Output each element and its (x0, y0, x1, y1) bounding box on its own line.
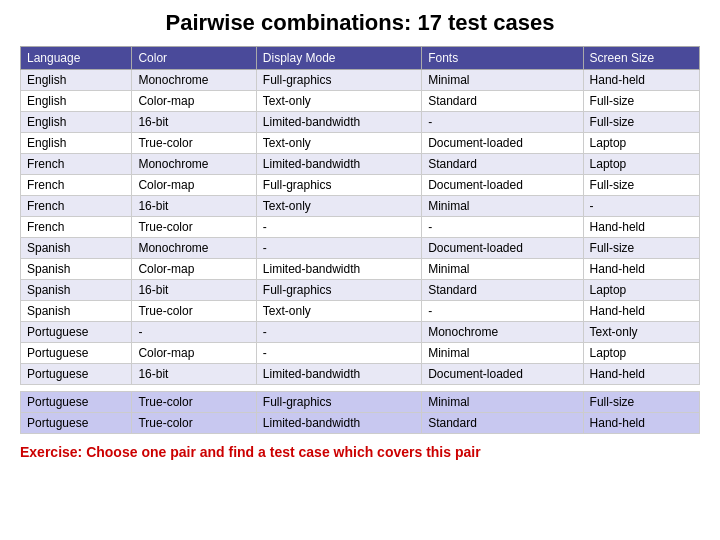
table-cell: English (21, 112, 132, 133)
table-cell: Color-map (132, 343, 256, 364)
table-row: EnglishMonochromeFull-graphicsMinimalHan… (21, 70, 700, 91)
table-row: PortugueseColor-map-MinimalLaptop (21, 343, 700, 364)
table-cell: 16-bit (132, 280, 256, 301)
table-cell: 16-bit (132, 196, 256, 217)
table-row: EnglishTrue-colorText-onlyDocument-loade… (21, 133, 700, 154)
table-cell: Text-only (256, 196, 421, 217)
table-cell: Minimal (422, 196, 583, 217)
table-cell: 16-bit (132, 112, 256, 133)
table-cell: Hand-held (583, 259, 699, 280)
table-cell: Document-loaded (422, 175, 583, 196)
table-cell: Color-map (132, 259, 256, 280)
table-row: EnglishColor-mapText-onlyStandardFull-si… (21, 91, 700, 112)
table-cell: Monochrome (422, 322, 583, 343)
table-cell: Hand-held (583, 217, 699, 238)
table-row: FrenchColor-mapFull-graphicsDocument-loa… (21, 175, 700, 196)
table-cell: Full-graphics (256, 280, 421, 301)
table-cell: True-color (132, 217, 256, 238)
table-cell: - (256, 343, 421, 364)
table-cell: Monochrome (132, 238, 256, 259)
table-cell: Minimal (422, 392, 583, 413)
table-cell: Hand-held (583, 301, 699, 322)
table-cell: Text-only (583, 322, 699, 343)
table-cell: Document-loaded (422, 238, 583, 259)
table-row: Portuguese16-bitLimited-bandwidthDocumen… (21, 364, 700, 385)
table-cell: Color-map (132, 175, 256, 196)
table-cell: Monochrome (132, 70, 256, 91)
table-cell: Hand-held (583, 70, 699, 91)
table-cell: French (21, 175, 132, 196)
table-cell: Portuguese (21, 413, 132, 434)
table-row: English16-bitLimited-bandwidth-Full-size (21, 112, 700, 133)
table-row: PortugueseTrue-colorLimited-bandwidthSta… (21, 413, 700, 434)
table-row: SpanishMonochrome-Document-loadedFull-si… (21, 238, 700, 259)
gap-cell (21, 385, 700, 392)
table-cell: Monochrome (132, 154, 256, 175)
table-cell: English (21, 133, 132, 154)
table-row: PortugueseTrue-colorFull-graphicsMinimal… (21, 392, 700, 413)
table-cell: Standard (422, 154, 583, 175)
table-cell: Portuguese (21, 322, 132, 343)
table-cell: - (422, 217, 583, 238)
table-cell: Portuguese (21, 364, 132, 385)
table-cell: Color-map (132, 91, 256, 112)
table-cell: Minimal (422, 343, 583, 364)
table-cell: English (21, 70, 132, 91)
table-cell: Laptop (583, 133, 699, 154)
table-row: Spanish16-bitFull-graphicsStandardLaptop (21, 280, 700, 301)
table-row: French16-bitText-onlyMinimal- (21, 196, 700, 217)
table-cell: - (422, 301, 583, 322)
table-cell: - (256, 322, 421, 343)
table-cell: Laptop (583, 343, 699, 364)
table-cell: Limited-bandwidth (256, 154, 421, 175)
table-cell: Spanish (21, 301, 132, 322)
table-cell: - (132, 322, 256, 343)
table-cell: Limited-bandwidth (256, 259, 421, 280)
table-row (21, 385, 700, 392)
table-cell: Limited-bandwidth (256, 112, 421, 133)
table-cell: True-color (132, 301, 256, 322)
table-cell: Portuguese (21, 343, 132, 364)
column-header: Fonts (422, 47, 583, 70)
table-cell: Text-only (256, 133, 421, 154)
table-cell: Standard (422, 91, 583, 112)
table-cell: Document-loaded (422, 133, 583, 154)
table-cell: Minimal (422, 259, 583, 280)
table-cell: Laptop (583, 154, 699, 175)
table-cell: French (21, 154, 132, 175)
table-cell: Standard (422, 413, 583, 434)
table-cell: True-color (132, 133, 256, 154)
table-cell: - (583, 196, 699, 217)
page-title: Pairwise combinations: 17 test cases (20, 10, 700, 36)
table-cell: Text-only (256, 301, 421, 322)
table-cell: Standard (422, 280, 583, 301)
table-cell: French (21, 217, 132, 238)
table-cell: Text-only (256, 91, 421, 112)
table-cell: Hand-held (583, 364, 699, 385)
table-row: Portuguese--MonochromeText-only (21, 322, 700, 343)
table-cell: Full-size (583, 392, 699, 413)
table-cell: Document-loaded (422, 364, 583, 385)
table-cell: Minimal (422, 70, 583, 91)
table-cell: Full-graphics (256, 175, 421, 196)
table-cell: Laptop (583, 280, 699, 301)
exercise-text: Exercise: Choose one pair and find a tes… (20, 444, 700, 460)
table-cell: French (21, 196, 132, 217)
test-cases-table: LanguageColorDisplay ModeFontsScreen Siz… (20, 46, 700, 434)
column-header: Color (132, 47, 256, 70)
table-row: SpanishColor-mapLimited-bandwidthMinimal… (21, 259, 700, 280)
table-cell: English (21, 91, 132, 112)
table-cell: Limited-bandwidth (256, 364, 421, 385)
table-cell: 16-bit (132, 364, 256, 385)
table-cell: Portuguese (21, 392, 132, 413)
table-cell: Limited-bandwidth (256, 413, 421, 434)
table-cell: - (256, 217, 421, 238)
table-cell: True-color (132, 392, 256, 413)
table-cell: Full-graphics (256, 392, 421, 413)
table-cell: Full-size (583, 175, 699, 196)
column-header: Screen Size (583, 47, 699, 70)
table-row: FrenchTrue-color--Hand-held (21, 217, 700, 238)
table-cell: Hand-held (583, 413, 699, 434)
table-row: FrenchMonochromeLimited-bandwidthStandar… (21, 154, 700, 175)
table-cell: Full-size (583, 238, 699, 259)
